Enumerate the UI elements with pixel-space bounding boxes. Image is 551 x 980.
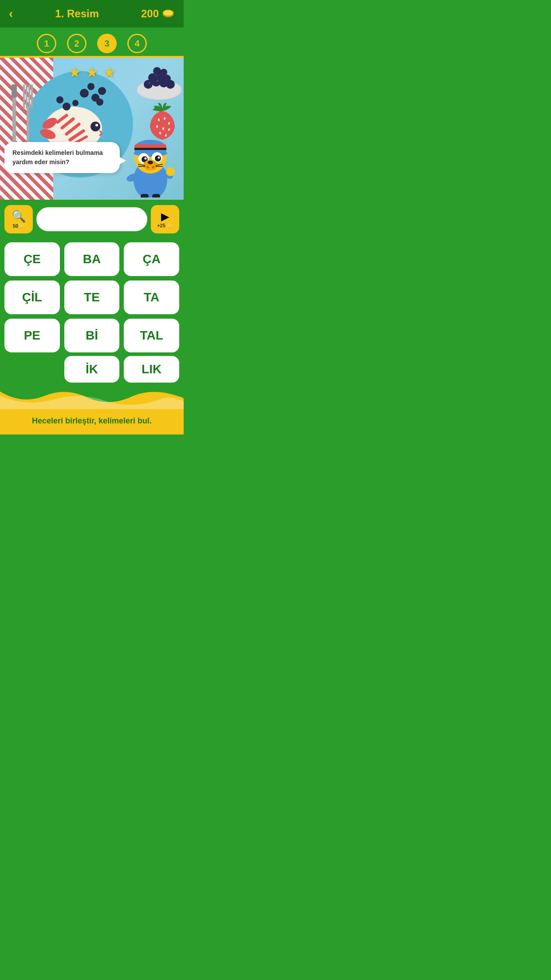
tab-3[interactable]: 3 (97, 34, 117, 53)
hint-cost: 50🪙 (13, 223, 24, 229)
partial-empty (4, 356, 60, 383)
svg-point-23 (87, 83, 94, 90)
partial-row: İK LIK (0, 354, 184, 383)
footer: Heceleri birleştir, kelimeleri bul. (0, 409, 184, 435)
syllable-btn-ta[interactable]: TA (124, 281, 179, 314)
svg-rect-64 (141, 194, 149, 198)
svg-point-51 (157, 80, 158, 82)
svg-point-79 (148, 161, 153, 164)
star-3: ★ (103, 64, 116, 81)
play-icon: ▶ (161, 210, 169, 223)
syllable-btn-te[interactable]: TE (64, 281, 120, 314)
image-area: ★ ★ ★ (0, 58, 184, 200)
tab-4[interactable]: 4 (127, 34, 147, 53)
syllable-btn-ca[interactable]: ÇA (124, 242, 179, 276)
controls-row: 🔍 50🪙 ▶ +25 🪙 (0, 200, 184, 239)
svg-rect-11 (23, 84, 25, 109)
svg-point-24 (98, 87, 106, 95)
svg-point-34 (91, 122, 100, 131)
tab-2[interactable]: 2 (67, 34, 87, 53)
svg-point-2 (164, 11, 172, 15)
syllable-btn-ce[interactable]: ÇE (4, 242, 60, 276)
stars-row: ★ ★ ★ (68, 64, 116, 81)
svg-point-76 (145, 158, 147, 160)
svg-rect-13 (28, 84, 30, 109)
star-1: ★ (68, 64, 81, 81)
svg-point-38 (72, 100, 79, 106)
svg-point-75 (155, 155, 161, 162)
syllable-btn-tal[interactable]: TAL (124, 319, 179, 352)
partial-btn-ik[interactable]: İK (64, 356, 120, 383)
tab-1[interactable]: 1 (37, 34, 56, 53)
svg-rect-71 (134, 148, 166, 150)
svg-point-49 (160, 69, 167, 76)
blueberry-bowl (135, 58, 184, 100)
svg-point-84 (149, 166, 152, 170)
syllable-btn-pe[interactable]: PE (4, 319, 60, 352)
syllable-btn-ba[interactable]: BA (64, 242, 120, 276)
wave-decoration (0, 383, 184, 409)
header: ‹ 1. Resim 200 (0, 0, 184, 28)
svg-rect-65 (152, 194, 160, 198)
svg-point-77 (158, 157, 160, 159)
header-title: 1. Resim (55, 8, 99, 20)
back-button[interactable]: ‹ (9, 8, 13, 20)
partial-btn-lik[interactable]: LIK (124, 356, 179, 383)
coin-icon (161, 7, 175, 20)
svg-point-69 (134, 150, 167, 157)
footer-text: Heceleri birleştir, kelimeleri bul. (32, 416, 152, 425)
svg-point-48 (153, 67, 161, 75)
search-icon: 🔍 (12, 209, 26, 223)
syllable-btn-cil[interactable]: ÇİL (4, 281, 60, 314)
svg-rect-12 (26, 84, 28, 109)
speech-bubble: Resimdeki kelimeleri bulmama yardım eder… (4, 142, 120, 173)
video-button[interactable]: ▶ +25 🪙 (151, 205, 179, 233)
svg-point-37 (56, 96, 63, 103)
tabs-bar: 1 2 3 4 (0, 28, 184, 58)
syllable-btn-bi[interactable]: Bİ (64, 319, 120, 352)
coins-display: 200 (141, 7, 175, 20)
answer-input-area[interactable] (36, 207, 147, 231)
svg-point-63 (166, 167, 175, 176)
svg-point-25 (96, 99, 103, 106)
syllable-grid: ÇE BA ÇA ÇİL TE TA PE Bİ TAL (0, 239, 184, 354)
svg-rect-4 (12, 84, 17, 98)
svg-point-50 (149, 82, 150, 84)
video-reward: +25 🪙 (157, 223, 173, 229)
svg-rect-14 (31, 84, 33, 109)
hint-button[interactable]: 🔍 50🪙 (4, 205, 33, 233)
bottom-section: Heceleri birleştir, kelimeleri bul. (0, 383, 184, 435)
coins-value: 200 (141, 8, 159, 20)
star-2: ★ (86, 64, 98, 81)
svg-point-36 (63, 103, 71, 111)
character (119, 122, 181, 198)
svg-point-35 (95, 124, 98, 126)
svg-point-21 (80, 89, 89, 98)
